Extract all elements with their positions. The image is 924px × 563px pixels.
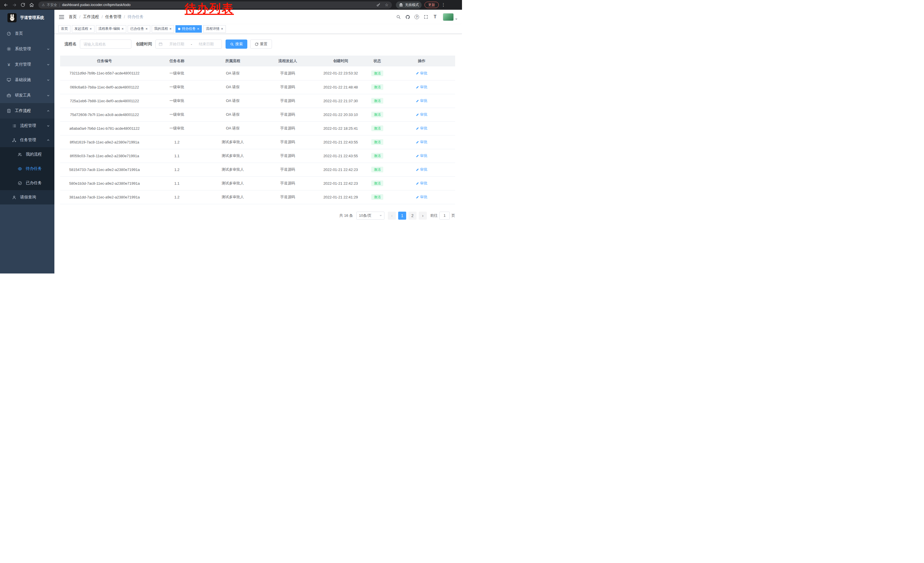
sidebar-fold-icon[interactable]	[59, 15, 64, 19]
cell-process: 测试多审批人	[205, 176, 261, 190]
edit-icon	[416, 141, 419, 144]
sidebar-item-process-mgmt[interactable]: 流程管理	[0, 119, 54, 133]
status-badge: 激活	[371, 125, 383, 131]
font-size-icon[interactable]: T	[431, 13, 439, 21]
sidebar-item-done-task[interactable]: 已办任务	[0, 176, 54, 190]
refresh-icon	[21, 3, 25, 7]
sidebar-item-label: 任务管理	[20, 137, 36, 143]
sidebar-item-todo-task[interactable]: 待办任务	[0, 162, 54, 176]
sidebar-item-system[interactable]: 系统管理	[0, 41, 54, 57]
logo-image	[8, 13, 16, 23]
edit-icon	[416, 72, 419, 75]
table-row: 75d72608-7b7f-11ec-a3c8-acde48001122 一级审…	[60, 108, 455, 122]
approve-link[interactable]: 审批	[416, 167, 428, 172]
help-icon[interactable]: ?	[413, 13, 420, 21]
sidebar-item-task-mgmt[interactable]: 任务管理	[0, 133, 54, 147]
cell-status: 激活	[366, 163, 388, 176]
sidebar-item-devtools[interactable]: 研发工具	[0, 88, 54, 103]
cell-task-name: 一级审批	[149, 108, 205, 122]
prev-page-button[interactable]: ‹	[388, 212, 396, 220]
approve-link[interactable]: 审批	[416, 112, 428, 117]
breadcrumb-home[interactable]: 首页	[69, 14, 77, 20]
app-logo[interactable]: 芋道管理系统	[0, 10, 54, 26]
create-time-label: 创建时间	[136, 42, 152, 47]
browser-forward-button[interactable]	[10, 1, 18, 9]
approve-link[interactable]: 审批	[416, 71, 428, 76]
approve-link[interactable]: 审批	[416, 84, 428, 90]
process-name-input[interactable]	[80, 39, 131, 49]
tags-view-bar: 首页 发起流程 × 流程表单-编辑 × 已办任务 × 我的流程 × 待办任务 ×	[54, 24, 462, 34]
date-range-picker[interactable]: 开始日期 - 结束日期	[155, 39, 222, 49]
cell-task-id: a6aba0a4-7b6d-11ec-b781-acde48001122	[60, 122, 149, 135]
sidebar-item-infrastructure[interactable]: 基础设施	[0, 72, 54, 88]
sidebar-item-my-process[interactable]: 我的流程	[0, 147, 54, 162]
table-row: 069c6a63-7b8a-11ec-8ef0-acde48001122 一级审…	[60, 80, 455, 94]
tab-form-edit[interactable]: 流程表单-编辑 ×	[96, 25, 126, 33]
bookmark-star-icon[interactable]: ☆	[385, 3, 388, 7]
sidebar-item-workflow[interactable]: 工作流程	[0, 103, 54, 119]
table-row: 8f0d1619-7ac8-11ec-a9e2-a2380e71991a 1.2…	[60, 135, 455, 149]
todo-task-table: 任务编号 任务名称 所属流程 流程发起人 创建时间 状态 操作 73211d9d…	[60, 56, 455, 204]
cell-task-name: 一级审批	[149, 66, 205, 80]
approve-link[interactable]: 审批	[416, 126, 428, 131]
page-button-1[interactable]: 1	[398, 212, 406, 220]
sidebar-item-label: 已办任务	[26, 180, 42, 186]
cell-starter: 芋道源码	[261, 94, 315, 108]
password-key-icon[interactable]	[376, 3, 380, 7]
cell-actions: 审批	[388, 122, 455, 135]
avatar-dropdown[interactable]	[443, 13, 458, 21]
page-size-select[interactable]: 10条/页	[356, 212, 384, 220]
browser-back-button[interactable]	[2, 1, 10, 9]
close-icon[interactable]: ×	[170, 27, 172, 31]
next-page-button[interactable]: ›	[419, 212, 427, 220]
sidebar-item-leave-query[interactable]: 请假查询	[0, 190, 54, 204]
close-icon[interactable]: ×	[197, 27, 199, 31]
approve-link[interactable]: 审批	[416, 181, 428, 186]
approve-link[interactable]: 审批	[416, 153, 428, 158]
browser-refresh-button[interactable]	[19, 1, 27, 9]
edit-icon	[416, 195, 419, 199]
tab-todo-task[interactable]: 待办任务 ×	[176, 25, 202, 33]
browser-menu-icon[interactable]: ⋮	[441, 2, 446, 8]
sidebar-item-label: 我的流程	[26, 152, 42, 157]
header-actions: 操作	[388, 56, 455, 66]
reset-button[interactable]: 重置	[250, 39, 272, 49]
cell-create-time: 2022-01-22 18:25:41	[315, 122, 366, 135]
approve-link[interactable]: 审批	[416, 194, 428, 200]
approve-link[interactable]: 审批	[416, 98, 428, 104]
header-search-icon[interactable]	[395, 13, 402, 21]
tab-done-task[interactable]: 已办任务 ×	[128, 25, 150, 33]
browser-update-button[interactable]: 更新	[424, 2, 439, 8]
github-icon[interactable]	[404, 13, 411, 21]
tab-start-process[interactable]: 发起流程 ×	[72, 25, 94, 33]
close-icon[interactable]: ×	[122, 27, 124, 31]
search-button[interactable]: 搜索	[225, 39, 248, 49]
close-icon[interactable]: ×	[90, 27, 92, 31]
cell-task-id: 73211d9d-7b9b-11ec-b5b7-acde48001122	[60, 66, 149, 80]
sidebar-item-payment[interactable]: ¥ 支付管理	[0, 57, 54, 72]
fullscreen-icon[interactable]	[422, 13, 430, 21]
goto-page-input[interactable]	[440, 212, 450, 220]
approve-link[interactable]: 审批	[416, 140, 428, 145]
sidebar-item-home[interactable]: 首页	[0, 26, 54, 41]
cell-process: OA 请假	[205, 122, 261, 135]
cell-create-time: 2022-01-21 22:41:29	[315, 190, 366, 204]
tab-process-detail[interactable]: 流程详情 ×	[203, 25, 226, 33]
tab-home[interactable]: 首页	[58, 25, 70, 33]
page-content: 流程名 创建时间 开始日期 - 结束日期 搜索 重置	[54, 34, 462, 273]
close-icon[interactable]: ×	[146, 27, 148, 31]
close-icon[interactable]: ×	[221, 27, 223, 31]
cell-starter: 芋道源码	[261, 163, 315, 176]
browser-home-button[interactable]	[27, 1, 36, 9]
people-icon	[16, 152, 23, 157]
tab-my-process[interactable]: 我的流程 ×	[152, 25, 174, 33]
main-area: 首页 / 工作流程 / 任务管理 / 待办任务 ?	[54, 10, 462, 273]
page-button-2[interactable]: 2	[408, 212, 417, 220]
app-title: 芋道管理系统	[20, 15, 44, 20]
cell-starter: 芋道源码	[261, 135, 315, 149]
cell-task-id: 75d72608-7b7f-11ec-a3c8-acde48001122	[60, 108, 149, 122]
dashboard-icon	[6, 31, 12, 36]
cell-process: OA 请假	[205, 108, 261, 122]
status-badge: 激活	[371, 139, 383, 145]
cell-task-id: 8f059c03-7ac8-11ec-a9e2-a2380e71991a	[60, 149, 149, 163]
